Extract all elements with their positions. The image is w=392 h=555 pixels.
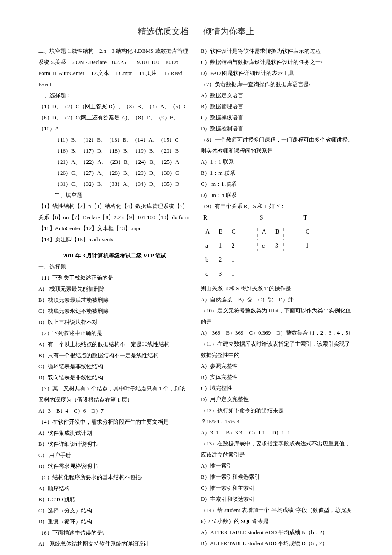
s-col-b: B (271, 225, 283, 239)
q3-stem: （3）某二叉树共有 7 个结点，其中叶子结点只有 1 个，则该二叉树的深度为（假… (38, 383, 191, 405)
q13-d: D）主索引和候选索引 (201, 494, 354, 505)
q14-stem: （14）给 student 表增加一个"平均成绩"字段（数值型，总宽度 6} 2… (201, 505, 354, 527)
relation-s-table: A B c 3 (257, 225, 284, 253)
q12-opts: A）3 -1 B）3 3 C）1 1 D）1 -1 (201, 427, 354, 438)
q11-a: A）参照完整性 (201, 361, 354, 372)
fill-blank-heading-2: 二、填空题 (38, 190, 191, 201)
q11-d: D）用户定义完整性 (201, 394, 354, 405)
q6-d: D）PAD 图是软件详细设计的表示工具 (201, 68, 354, 79)
page-header: 精选优质文档-----倾情为你奉上 (38, 26, 354, 37)
q2-b: B）只有一个根结点的数据结构不一定是线性结构 (38, 350, 191, 361)
q6-stem: （6）下面描述中错误的是\ (38, 527, 191, 538)
q11-stem: （11）在建立数据库表时给该表指定了主索引，该索引实现了数据完整性中的 (201, 338, 354, 361)
fill-blank-answers: 二、填空题 1.线性结构 2.n 3.结构化 4.DBMS 或数据库管理系统 5… (38, 46, 191, 90)
relation-r-block: R A B C a 1 2 b (201, 212, 249, 283)
r-cell: 2 (214, 253, 227, 267)
q3-opts: A）3 B）4 C）6 D）7 (38, 405, 191, 416)
q8-c: C） m：1 联系 (201, 179, 354, 190)
q12-line: ？15%4，15%-4 (201, 416, 354, 427)
relation-r-table: A B C a 1 2 b 2 1 (201, 225, 240, 281)
q5-c: C）选择（分支）结构 (38, 505, 191, 516)
q8-b: B）1：m 联系 (201, 168, 354, 179)
choice-answers-21-25: （21）A、（22）A、（23）B、（24）B、（25）A (38, 156, 191, 168)
q11-b: B）实体完整性 (201, 372, 354, 383)
q11-c: C）域完整性 (201, 383, 354, 394)
relation-t-label: T (301, 212, 323, 224)
fill-blank-answers-2b: 【14】页注脚【15】read events (38, 234, 191, 245)
s-col-a: A (257, 225, 271, 239)
q12-stem: （12）执行如下命令的输出结果是 (201, 405, 354, 416)
q14-a: A）ALTER TABLE studeni ADD 平均成绩 N（b，2） (201, 527, 354, 538)
relation-t-table: C 1 (301, 225, 314, 253)
q14-b: B）ALTER TABLE student ADD 平均成绩 D（6，2） (201, 538, 354, 549)
q13-stem: （13）在数据库表中，要求指定字段或表达式不出现重复值，应该建立的索引是 (201, 438, 354, 460)
q8-d: D） m：n 联系 (201, 190, 354, 201)
q5-b: B）GOTO 跳转 (38, 494, 191, 505)
choice-answers-26-30: （26）C、（27）A、（28）B、（29）D、（30）C (38, 168, 191, 179)
q7-stem: （7）负责数据库中查询操作的数据库语言是\ (201, 79, 354, 90)
q9-stem: （9）有三个关系 R、S 和 T 如下： (201, 201, 354, 212)
choice-answers-line1: （1）D、（2）C（网上答案 D）、（3）B、（4）A、（5）C（6）D、（7）… (38, 101, 191, 134)
q2-stem: （2）下列叙述中正确的是 (38, 328, 191, 339)
choice-answers-31-35: （31）C、（32）B、（33）A、（34）D、（35）D (38, 179, 191, 190)
relation-r-label: R (201, 212, 249, 224)
q13-c: C）惟一索引和主索引 (201, 483, 354, 494)
right-column: B）软件设计是将软件需求转换为软件表示的过程 C）数据结构与数据库设计是软件设计… (201, 46, 354, 549)
r-col-b: B (214, 225, 227, 239)
r-cell: 1 (227, 253, 240, 267)
relation-tables: R A B C a 1 2 b (201, 212, 354, 283)
q4-c: C） 用户手册 (38, 450, 191, 461)
q1-b: B）栈顶元素最后才能被删除 (38, 295, 191, 306)
q2-d: D）双向链表是非线性结构 (38, 372, 191, 383)
q5-d: D）重复（循环）结构 (38, 516, 191, 527)
choice-heading: 一、选择题： (38, 90, 191, 101)
r-cell: b (201, 253, 214, 267)
q5-stem: （5）结构化程序所要求的基本结构不包括\ (38, 472, 191, 483)
r-cell: c (201, 267, 214, 281)
q13-b: B）惟一索引和候选索引 (201, 471, 354, 483)
q10-opts: A）-369 B）369 C）0.369 D）整数集合 {1，2，3，4，5} (201, 327, 354, 338)
section-choice: 一、选择题 (38, 261, 191, 272)
q6-a: A） 系统总体结构图支持软件系统的详细设计 (38, 538, 191, 549)
q10-stem: （10）定义无符号整数类为 UInt，下面可以作为类 T 实例化值的是 (201, 305, 354, 327)
q2-c: C）循环链表是非线性结构 (38, 361, 191, 372)
r-col-c: C (227, 225, 240, 239)
q6-c: C）数据结构与数据库设计是软件设计的任务之一\ (201, 57, 354, 68)
s-cell: 3 (271, 239, 283, 253)
choice-answers-11-15: （11）B、（12）B、（13）B、（14）A、（15）C (38, 134, 191, 145)
t-cell: 1 (301, 239, 314, 253)
t-col-c: C (301, 225, 314, 239)
r-cell: 1 (227, 267, 240, 281)
q8-a: A）1：1 联系 (201, 156, 354, 168)
q7-c: C）数据操纵语言 (201, 112, 354, 123)
fill-blank-answers-2a: 【1】线性结构【2】n【3】结构化【4】数据库管理系统【5】关系【6】on【7】… (38, 201, 191, 234)
r-col-a: A (201, 225, 214, 239)
q1-c: C）栈底元素永远不能被删除 (38, 306, 191, 317)
q4-b: B）软件详细设计说明书 (38, 439, 191, 450)
r-cell: 2 (227, 239, 240, 253)
q9-opts: A）自然连接 B）交 C）除 D）并 (201, 294, 354, 305)
relation-t-block: T C 1 (301, 212, 323, 255)
q7-b: B）数据管理语言 (201, 101, 354, 112)
r-cell: 3 (214, 267, 227, 281)
exam-title: 2011 年 3 月计算机等级考试二级 VFP 笔试 (38, 250, 191, 261)
relation-s-block: S A B c 3 (257, 212, 292, 255)
q1-d: D）以上三种说法都不对 (38, 317, 191, 328)
choice-answers-16-20: （16）B、（17）D、（18）B、（19）B、（20）B (38, 145, 191, 156)
q1-a: A） 栈顶元素最先能被删除 (38, 283, 191, 295)
q6-b: B）软件设计是将软件需求转换为软件表示的过程 (201, 46, 354, 57)
q1-stem: （1）下列关于栈叙述正确的是 (38, 272, 191, 283)
q8-stem: （8）一个教师可讲授多门课程，一门课程可由多个教师讲授。则实体教师和课程间的联系… (201, 134, 354, 156)
q7-a: A）数据定义语言 (201, 90, 354, 101)
s-cell: c (257, 239, 271, 253)
q4-stem: （4）在软件开发中，需求分析阶段产生的主要文档是 (38, 416, 191, 428)
r-cell: 1 (214, 239, 227, 253)
q4-a: A）软件集成测试计划 (38, 428, 191, 439)
q9-after: 则由关系 R 和 S 得到关系 T 的操作是 (201, 283, 354, 294)
r-cell: a (201, 239, 214, 253)
q13-a: A）惟一索引 (201, 460, 354, 471)
q5-a: A）顺序结构 (38, 483, 191, 494)
q4-d: D）软件需求规格说明书 (38, 461, 191, 472)
q7-d: D）数据控制语言 (201, 123, 354, 134)
left-column: 二、填空题 1.线性结构 2.n 3.结构化 4.DBMS 或数据库管理系统 5… (38, 46, 191, 549)
